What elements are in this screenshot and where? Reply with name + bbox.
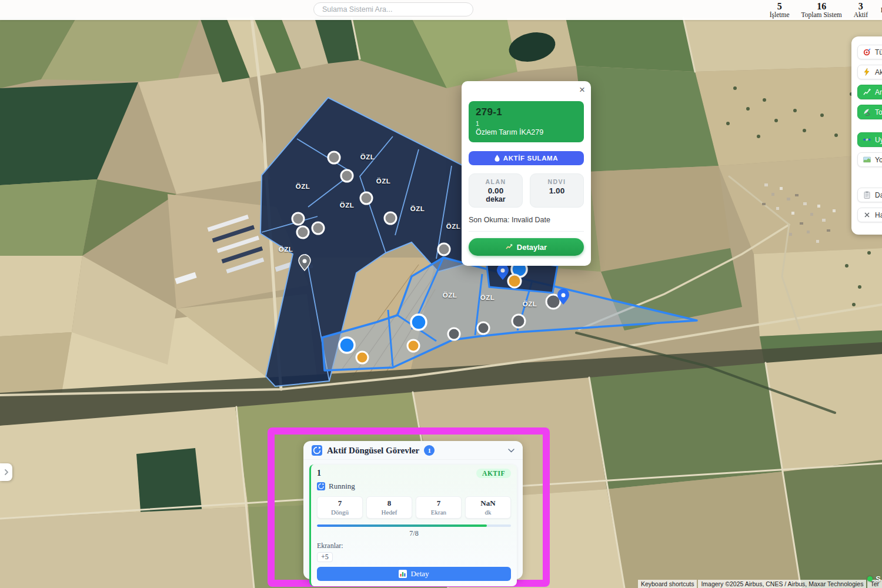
layer-button-label: Yo [875,156,882,164]
metric-label: Döngü [318,509,362,516]
water-drop-icon [495,155,500,162]
layer-button-label: An [875,88,882,96]
stat-alan: ALAN 0.00 dekar [469,173,523,208]
stat-ndvi: NDVI 1.00 [530,173,584,208]
parcel-label: ÖZL [376,178,391,185]
detail-label: Detay [410,569,429,579]
stat-isletme: 5 İşletme [770,2,790,19]
layer-button-label: Uy [875,136,882,144]
stat-value: 5 [770,2,790,12]
close-x-icon [863,211,871,219]
chart-icon [506,243,513,250]
progress-bar [317,524,511,527]
details-button[interactable]: Detaylar [469,238,584,256]
irrigation-popup: × 279-1 1 Özlem Tarım İKA279 AKTİF SULAM… [462,81,591,266]
parcel-label: ÖZL [446,223,461,230]
layer-button-label: Tü [875,48,882,56]
tasks-panel-title: Aktif Döngüsel Görevler [327,446,419,456]
task-name: 1 [317,469,321,478]
status-dot-icon [867,576,873,582]
tasks-header[interactable]: Aktif Döngüsel Görevler 1 [303,441,523,460]
metric-label: dk [466,509,510,516]
divider [469,231,584,232]
task-state: Running [329,482,355,491]
parcel-label: ÖZL [480,294,495,301]
stat-label: Toplam Sistem [801,11,842,18]
layer-button-akis[interactable]: Ak [857,65,882,79]
layer-button-label: Hari [875,211,882,219]
bar-chart-icon [399,570,407,578]
collapse-button[interactable] [508,449,514,453]
app-root: ÖZL ÖZL ÖZL ÖZL ÖZL ÖZL ÖZL ÖZL ÖZL ÖZL … [0,0,882,588]
parcel-label: ÖZL [340,202,355,209]
topbar: 5 İşletme 16 Toplam Sistem 3 Aktif K [0,0,882,20]
last-reading-text: Son Okuma: Invalid Date [469,216,584,224]
stat-aktif: 3 Aktif [854,2,868,19]
status-indicator: S [867,574,881,583]
search-input[interactable] [313,2,473,16]
layer-button-label: To [875,108,882,116]
screens-more-chip[interactable]: +5 [317,552,333,562]
stat-label: NDVI [533,178,581,185]
chevron-down-icon [508,449,514,453]
layer-button-yol[interactable]: Yo [857,152,882,167]
layer-button-uydu[interactable]: Uy [857,132,882,147]
stat-label: ALAN [472,178,520,185]
imagery-credit: Imagery ©2025 Airbus, CNES / Airbus, Max… [698,580,866,588]
close-icon[interactable]: × [579,85,585,95]
stat-unit: dekar [472,195,520,203]
cyclic-tasks-panel: Aktif Döngüsel Görevler 1 1 AKTIF Runnin… [303,441,523,579]
task-card[interactable]: 1 AKTIF Running 7 Döngü 8 Hedef 7 Ekran [309,465,517,586]
map-layers-panel: Tü Ak An To Uy Yo Da Hari [851,36,882,235]
parcel-label: ÖZL [279,246,293,253]
clipboard-icon [863,191,871,199]
screens-label: Ekranlar: [317,542,511,550]
stat-clipped: K [880,6,882,14]
details-label: Detaylar [517,243,547,252]
progress-text: 7/8 [317,529,511,538]
metric-dongu: 7 Döngü [317,496,363,519]
chevron-right-icon [4,469,9,475]
metric-value: NaN [466,499,510,508]
stat-label: İşletme [770,11,790,18]
target-icon [863,48,871,56]
world-map-icon [863,156,871,163]
metric-value: 8 [367,499,412,508]
layer-button-dashboard[interactable]: Da [857,188,882,202]
parcel-label: ÖZL [360,153,375,161]
layer-button-label: Da [875,191,882,199]
sparkline-icon [863,88,871,96]
stat-value: 3 [854,2,868,12]
metric-ekran: 7 Ekran [416,496,462,519]
sidebar-expand-toggle[interactable] [0,463,12,481]
stat-value: 0.00 [472,186,520,195]
parcel-label: ÖZL [296,183,310,190]
keyboard-shortcuts-link[interactable]: Keyboard shortcuts [638,580,697,588]
layer-button-toprak[interactable]: To [857,105,882,119]
popup-header: 279-1 1 Özlem Tarım İKA279 [469,101,584,142]
metric-value: 7 [416,499,461,508]
stat-label: K [880,6,882,14]
popup-subtitle: 1 [476,120,577,127]
progress-fill [317,524,487,527]
layer-button-analiz[interactable]: An [857,85,882,99]
detail-button[interactable]: Detay [317,567,511,581]
stat-label: Aktif [854,11,868,18]
header-stats: 5 İşletme 16 Toplam Sistem 3 Aktif K [770,0,882,20]
satellite-dish-icon [863,108,871,116]
running-sync-icon [317,482,325,490]
metric-dk: NaN dk [465,496,511,519]
status-partial-text: S [876,574,881,583]
layer-button-tumu[interactable]: Tü [857,45,882,59]
layer-button-label: Ak [875,68,882,76]
layer-button-harita[interactable]: Hari [857,208,882,222]
stat-value: 16 [801,2,842,12]
sync-icon [312,445,322,456]
parcel-label: ÖZL [523,300,537,308]
parcel-label: ÖZL [443,292,457,299]
stat-value: 1.00 [533,186,581,195]
active-irrigation-button[interactable]: AKTİF SULAMA [469,151,584,165]
popup-title: 279-1 [476,106,577,118]
task-status-badge: AKTIF [476,469,511,478]
metric-value: 7 [318,499,362,508]
